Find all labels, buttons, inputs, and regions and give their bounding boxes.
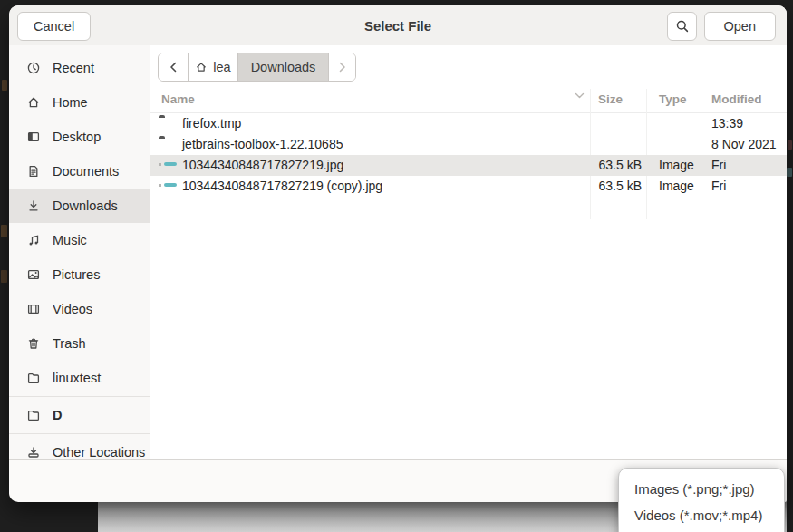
dialog-headerbar: Cancel Select File Open [9,5,787,46]
table-row[interactable]: firefox.tmp 13:39 [150,113,787,134]
column-header-modified[interactable]: Modified [711,92,762,106]
home-icon [26,95,41,110]
sidebar-item-recent[interactable]: Recent [9,51,150,85]
forward-button[interactable] [329,53,355,81]
file-size: 63.5 kB [540,179,642,193]
sidebar-item-label: D [53,408,62,422]
path-bar: lea Downloads [158,53,356,82]
chevron-left-icon [169,62,179,73]
column-header-name[interactable]: Name [161,92,195,106]
sidebar-separator [9,433,150,434]
home-icon [195,61,208,73]
sidebar-item-label: Videos [53,302,92,316]
file-filter-menu: Images (*.png;*.jpg) Videos (*.mov;*.mp4… [618,468,785,532]
file-name: 10344340848717827219.jpg [182,158,343,172]
file-name: 10344340848717827219 (copy).jpg [182,179,382,193]
sidebar-item-label: Pictures [53,267,100,282]
backdrop-fragment [2,80,7,91]
open-button[interactable]: Open [704,12,776,41]
filter-option-images[interactable]: Images (*.png;*.jpg) [619,476,784,502]
drive-icon [26,445,41,459]
sidebar-item-linuxtest[interactable]: linuxtest [9,361,150,395]
clock-icon [26,61,41,75]
table-row[interactable]: 10344340848717827219 (copy).jpg 63.5 kB … [150,176,787,197]
sidebar-item-label: Other Locations [53,445,145,459]
trash-icon [26,336,41,351]
file-list: firefox.tmp 13:39 jetbrains-toolbox-1.22… [150,113,787,197]
sidebar-item-label: Desktop [53,130,101,144]
file-size: 63.5 kB [540,158,642,172]
folder-icon [26,371,41,385]
path-segment-label: lea [213,60,230,74]
sidebar-item-pictures[interactable]: Pictures [9,257,150,292]
file-type: Image [659,158,694,172]
places-sidebar: Recent Home Desktop [9,45,150,459]
picture-icon [26,267,41,282]
backdrop-fragment [1,225,7,237]
desktop-icon [26,130,41,144]
table-row-selected[interactable]: 10344340848717827219.jpg 63.5 kB Image F… [150,155,787,176]
screen: Cancel Select File Open Rec [0,0,793,532]
path-segment-downloads[interactable]: Downloads [238,53,329,81]
file-browser-pane: lea Downloads Name [150,45,787,459]
search-button[interactable] [667,12,697,41]
sidebar-item-label: Home [53,95,88,110]
sidebar-item-d-bookmark[interactable]: D [9,398,150,432]
back-button[interactable] [159,53,189,81]
column-header-type[interactable]: Type [659,92,687,106]
sidebar-item-documents[interactable]: Documents [9,154,150,189]
list-column-headers: Name Size Type Modified [150,89,787,113]
chevron-right-icon [337,62,347,73]
search-icon [675,19,690,34]
file-name: firefox.tmp [182,116,241,131]
sidebar-item-trash[interactable]: Trash [9,326,150,361]
path-segment-label: Downloads [251,60,316,74]
file-modified: 13:39 [711,116,743,131]
film-icon [26,302,41,316]
backdrop-fragment [787,168,792,177]
table-row[interactable]: jetbrains-toolbox-1.22.10685 8 Nov 2021 [150,134,787,155]
backdrop-fragment [1,270,7,283]
sidebar-item-label: Music [53,233,87,247]
filter-option-videos[interactable]: Videos (*.mov;*.mp4) [619,502,784,528]
sidebar-item-label: linuxtest [53,371,101,385]
sidebar-separator [9,396,150,397]
file-name: jetbrains-toolbox-1.22.10685 [182,137,343,151]
sidebar-item-desktop[interactable]: Desktop [9,120,150,154]
file-chooser-dialog: Cancel Select File Open Rec [9,5,787,501]
sort-chevron-down-icon[interactable] [575,92,585,99]
path-segment-home[interactable]: lea [189,53,238,81]
column-header-size[interactable]: Size [598,92,623,106]
music-note-icon [26,233,41,247]
sidebar-item-music[interactable]: Music [9,223,150,257]
sidebar-item-home[interactable]: Home [9,85,150,120]
file-modified: Fri [711,158,726,172]
sidebar-item-label: Documents [53,164,119,179]
sidebar-item-label: Downloads [53,198,118,213]
file-modified: 8 Nov 2021 [711,137,777,151]
file-type: Image [659,179,694,193]
sidebar-item-videos[interactable]: Videos [9,292,150,326]
sidebar-item-downloads[interactable]: Downloads [9,189,150,223]
sidebar-item-other-locations[interactable]: Other Locations [9,435,150,459]
sidebar-item-label: Recent [53,61,94,75]
download-icon [26,198,41,213]
document-icon [26,164,41,179]
backdrop-fragment [788,140,792,150]
sidebar-item-label: Trash [53,336,86,351]
file-modified: Fri [711,179,726,193]
folder-icon [26,408,41,422]
